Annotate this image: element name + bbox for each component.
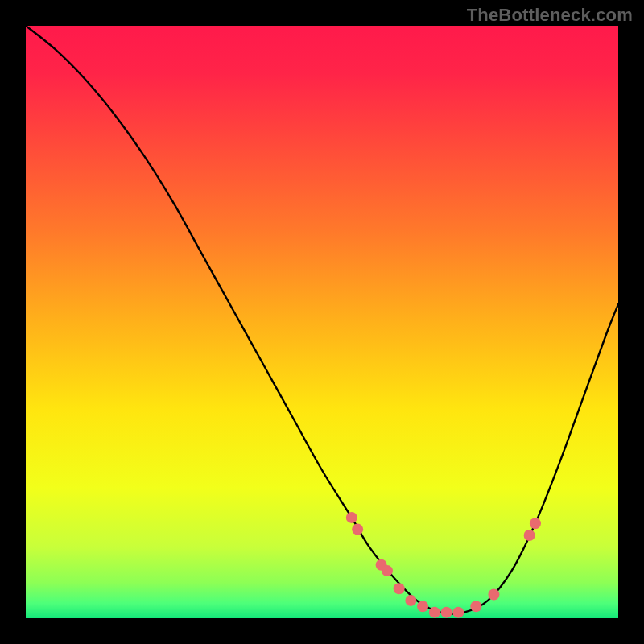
highlight-marker <box>405 595 416 606</box>
highlight-marker <box>452 607 464 618</box>
bottleneck-chart <box>26 26 618 618</box>
highlight-marker <box>352 524 363 535</box>
highlight-marker <box>530 518 541 529</box>
chart-frame <box>26 26 618 618</box>
highlight-marker <box>524 530 535 541</box>
highlight-marker <box>441 607 452 618</box>
highlight-marker <box>488 589 499 601</box>
highlight-marker <box>470 601 481 612</box>
highlight-marker <box>429 607 440 618</box>
highlight-marker <box>394 583 405 594</box>
highlight-marker <box>417 601 428 612</box>
highlight-marker <box>346 512 357 523</box>
highlight-marker <box>382 565 393 576</box>
watermark-text: TheBottleneck.com <box>467 5 633 26</box>
